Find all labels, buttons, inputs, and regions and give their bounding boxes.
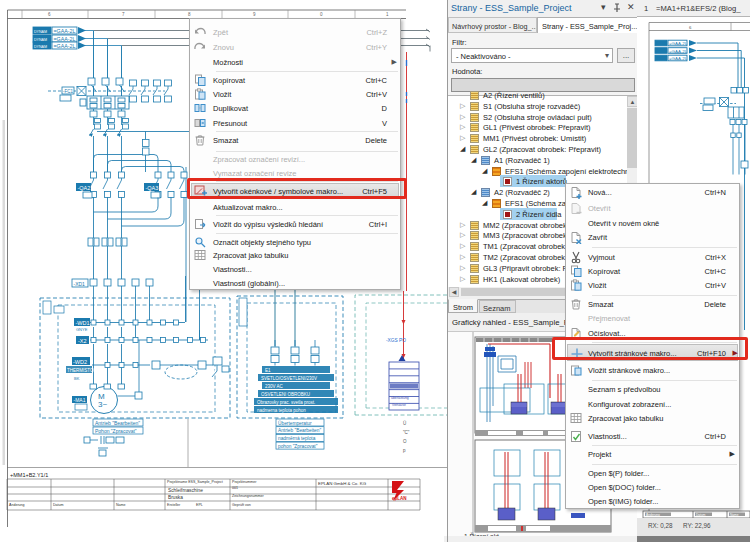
- svg-text:-QA2: -QA2: [78, 185, 91, 191]
- svg-text:-FC1: -FC1: [63, 89, 73, 94]
- svg-text:1: 1: [386, 12, 389, 17]
- svg-text:BK: BK: [74, 376, 80, 381]
- svg-text:epLAN: epLAN: [392, 496, 407, 501]
- svg-text:1 Řízení akt: 1 Řízení akt: [464, 532, 499, 536]
- svg-text:3~: 3~: [98, 400, 107, 409]
- svg-text:Geprüft von: Geprüft von: [232, 503, 251, 507]
- svg-text:Änderung: Änderung: [9, 503, 25, 507]
- svg-text:Zeichnungsnummer: Zeichnungsnummer: [232, 494, 265, 498]
- svg-text:-X2: -X2: [78, 338, 87, 344]
- svg-text:=GAA-2L: =GAA-2L: [669, 41, 688, 46]
- svg-text:Ersteller: Ersteller: [167, 503, 181, 507]
- svg-text:O: O: [403, 439, 407, 444]
- svg-text:1: 1: [644, 4, 648, 13]
- svg-text:Pohon "Zpracovat": Pohon "Zpracovat": [95, 428, 137, 434]
- svg-text:Datum: Datum: [696, 513, 706, 517]
- svg-text:nadmerna teplota pohon: nadmerna teplota pohon: [257, 408, 306, 413]
- svg-text:Name: Name: [730, 513, 739, 517]
- svg-text:Änderung: Änderung: [646, 513, 660, 517]
- svg-text:=MA1+R1&EFS/2 (Blog_: =MA1+R1&EFS/2 (Blog_: [656, 4, 741, 13]
- svg-text:Übertemperatur: Übertemperatur: [278, 420, 312, 426]
- svg-text:E1: E1: [265, 368, 271, 373]
- svg-text:"C": "C": [403, 430, 410, 435]
- svg-text:Projektnummer: Projektnummer: [232, 480, 257, 484]
- svg-text:Antrieb "Bearbeiten": Antrieb "Bearbeiten": [278, 428, 321, 433]
- svg-text:=GAA-2L: =GAA-2L: [54, 43, 76, 49]
- svg-text:EPL: EPL: [196, 503, 203, 507]
- svg-text:=GAA-2L: =GAA-2L: [669, 56, 688, 61]
- svg-text:Bruska: Bruska: [168, 495, 183, 500]
- svg-text:Datum: Datum: [53, 503, 64, 507]
- svg-text:p: p: [403, 448, 406, 453]
- svg-text:nadměrná teplota: nadměrná teplota: [278, 436, 316, 441]
- svg-text:Gehäuse: Gehäuse: [392, 403, 406, 407]
- svg-text:pohon "Zpracovat": pohon "Zpracovat": [278, 444, 318, 449]
- svg-text:=GAA-2L: =GAA-2L: [54, 36, 76, 42]
- svg-text:RY: 22,96: RY: 22,96: [683, 522, 711, 529]
- svg-text:-QA3: -QA3: [146, 185, 159, 191]
- svg-text:8: 8: [188, 12, 191, 17]
- svg-text:-XD1: -XD1: [74, 281, 86, 287]
- svg-text:0: 0: [320, 12, 323, 17]
- svg-text:DYNAM: DYNAM: [34, 45, 47, 49]
- svg-text:Schleifmaschine: Schleifmaschine: [168, 488, 203, 493]
- svg-text:Antrieb "Bearbeiten": Antrieb "Bearbeiten": [95, 420, 140, 426]
- svg-text:+MM1+B2.Y1/1: +MM1+B2.Y1/1: [10, 472, 48, 478]
- svg-text:Obrazovky prac. svetla prost.: Obrazovky prac. svetla prost.: [257, 400, 315, 405]
- svg-text:-XGS PO: -XGS PO: [386, 338, 406, 343]
- svg-text:-WD1: -WD1: [76, 320, 90, 326]
- svg-text:überlastung: überlastung: [391, 396, 409, 400]
- svg-text:Projektname ESS_Sample_Pr: Projektname ESS_Sample_Project: [167, 480, 223, 484]
- svg-text:7: 7: [122, 12, 125, 17]
- svg-text:6: 6: [48, 12, 51, 17]
- svg-text:=GAA-2L: =GAA-2L: [54, 28, 76, 34]
- svg-text:230V AC: 230V AC: [265, 384, 284, 389]
- svg-text:-MA1: -MA1: [74, 397, 86, 403]
- svg-text:GNYE: GNYE: [76, 327, 88, 332]
- svg-text:-WD2: -WD2: [73, 359, 87, 365]
- svg-text:Ü: Ü: [403, 420, 406, 426]
- svg-text:OSVETLENI OBROBKU: OSVETLENI OBROBKU: [261, 392, 310, 397]
- svg-text:EPLAN GmbH & Co. KG: EPLAN GmbH & Co. KG: [318, 481, 367, 486]
- svg-text:DYNAM: DYNAM: [34, 38, 47, 42]
- svg-text:Name: Name: [116, 503, 126, 507]
- svg-text:RX: 0,28: RX: 0,28: [648, 522, 673, 529]
- svg-text:DYNAM: DYNAM: [34, 30, 47, 34]
- svg-text:THERMISTOR: THERMISTOR: [67, 368, 97, 373]
- svg-text:9: 9: [253, 12, 256, 17]
- svg-text:001: 001: [232, 486, 238, 490]
- svg-text:SVETLO/OSVETLENI/230V: SVETLO/OSVETLENI/230V: [261, 376, 317, 381]
- svg-text:=GAA-2L: =GAA-2L: [669, 49, 688, 54]
